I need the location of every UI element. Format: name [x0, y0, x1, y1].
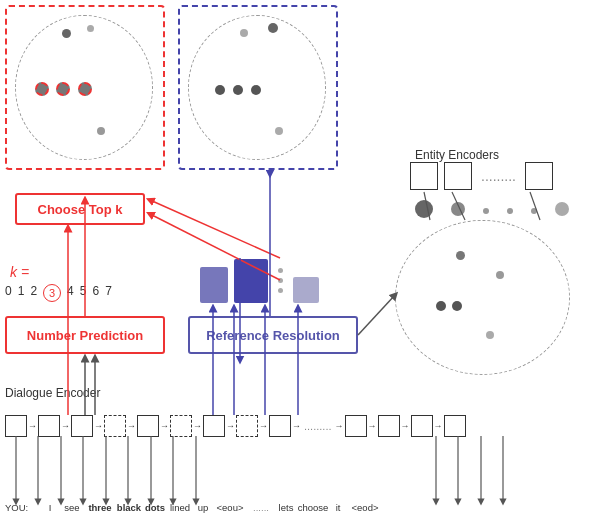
choose-top-k-box: Choose Top k [15, 193, 145, 225]
reference-resolution-box: Reference Resolution [188, 316, 358, 354]
red-dashed-box [5, 5, 165, 170]
dot-row-right [215, 85, 261, 95]
enc-box-10 [378, 415, 400, 437]
number-prediction-box: Number Prediction [5, 316, 165, 354]
enc-box-6 [203, 415, 225, 437]
enc-box-4 [137, 415, 159, 437]
entity-sq-2 [444, 162, 472, 190]
diagram-container: Choose Top k k = 0 1 2 3 4 5 6 7 Number … [0, 0, 590, 526]
dot-r-bottom [275, 127, 283, 135]
num-3-highlighted: 3 [43, 284, 61, 302]
word-ellipsis: ...... [247, 502, 275, 513]
word-lined: lined [167, 502, 193, 513]
word-you: YOU: [5, 502, 41, 513]
word-see: see [59, 502, 85, 513]
dialogue-encoder-label: Dialogue Encoder [5, 386, 100, 400]
dot-2 [87, 25, 94, 32]
word-i: I [41, 502, 59, 513]
enc-box-0 [5, 415, 27, 437]
words-row: YOU: I see three black dots lined up <eo… [5, 502, 383, 513]
enc-box-7-dashed [236, 415, 258, 437]
word-lets: lets [275, 502, 297, 513]
num-2: 2 [30, 284, 37, 302]
word-up: up [193, 502, 213, 513]
embedding-squares [200, 258, 319, 303]
encoder-row: → → → → → → → → → ......... → → → → [5, 415, 466, 437]
ec-dot2 [496, 271, 504, 279]
dot-bottom-left [97, 127, 105, 135]
num-6: 6 [92, 284, 99, 302]
word-three: three [85, 502, 115, 513]
entity-dots-row [415, 200, 569, 218]
enc-box-11 [411, 415, 433, 437]
enc-box-5-dashed [170, 415, 192, 437]
blue-dashed-box [178, 5, 338, 170]
num-5: 5 [80, 284, 87, 302]
num-7: 7 [105, 284, 112, 302]
word-black: black [115, 502, 143, 513]
dot-cluster [35, 82, 94, 101]
choose-top-k-label: Choose Top k [38, 202, 123, 217]
entity-encoder-squares: ......... [410, 162, 553, 190]
word-choose: choose [297, 502, 329, 513]
num-1: 1 [18, 284, 25, 302]
svg-line-10 [358, 295, 395, 335]
entity-circle [395, 220, 570, 375]
enc-box-12 [444, 415, 466, 437]
square-3 [293, 277, 319, 303]
dot-r2 [268, 23, 278, 33]
dots-between [274, 258, 287, 303]
entity-sq-1 [410, 162, 438, 190]
number-prediction-label: Number Prediction [27, 328, 143, 343]
enc-box-1 [38, 415, 60, 437]
enc-box-2 [71, 415, 93, 437]
entity-sq-3 [525, 162, 553, 190]
num-4: 4 [67, 284, 74, 302]
entity-encoders-label: Entity Encoders [415, 148, 499, 162]
enc-box-9 [345, 415, 367, 437]
entity-dot-2 [451, 202, 465, 216]
square-1 [200, 267, 228, 303]
ec-dot-bottom [486, 331, 494, 339]
entity-dot-1 [415, 200, 433, 218]
reference-resolution-label: Reference Resolution [206, 328, 340, 343]
square-2 [234, 259, 268, 303]
dot-1 [62, 29, 71, 38]
k-equals-label: k = [10, 264, 29, 280]
ec-dot-row [436, 301, 462, 311]
dot-r1 [240, 29, 248, 37]
entity-dot-3 [555, 202, 569, 216]
word-eod: <eod> [347, 502, 383, 513]
word-eou: <eou> [213, 502, 247, 513]
enc-box-8 [269, 415, 291, 437]
ec-dot1 [456, 251, 465, 260]
word-it: it [329, 502, 347, 513]
enc-box-3-dashed [104, 415, 126, 437]
entity-sq-dots: ......... [478, 168, 519, 184]
number-sequence: 0 1 2 3 4 5 6 7 [5, 284, 112, 302]
num-0: 0 [5, 284, 12, 302]
word-dots: dots [143, 502, 167, 513]
svg-line-0 [150, 200, 280, 258]
